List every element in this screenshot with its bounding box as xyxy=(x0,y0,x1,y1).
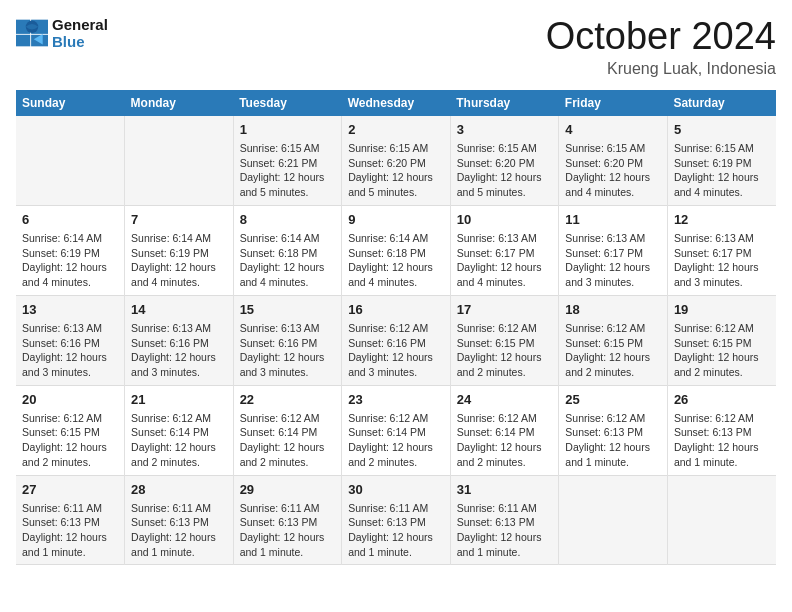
month-title: October 2024 xyxy=(546,16,776,58)
day-info: Sunrise: 6:11 AM Sunset: 6:13 PM Dayligh… xyxy=(22,502,107,558)
title-block: October 2024 Krueng Luak, Indonesia xyxy=(546,16,776,78)
day-info: Sunrise: 6:14 AM Sunset: 6:19 PM Dayligh… xyxy=(131,232,216,288)
calendar-cell: 29Sunrise: 6:11 AM Sunset: 6:13 PM Dayli… xyxy=(233,475,342,565)
calendar-week-row: 6Sunrise: 6:14 AM Sunset: 6:19 PM Daylig… xyxy=(16,205,776,295)
calendar-cell: 25Sunrise: 6:12 AM Sunset: 6:13 PM Dayli… xyxy=(559,385,668,475)
day-number: 21 xyxy=(131,391,227,409)
day-info: Sunrise: 6:15 AM Sunset: 6:20 PM Dayligh… xyxy=(348,142,433,198)
day-number: 25 xyxy=(565,391,661,409)
day-number: 8 xyxy=(240,211,336,229)
calendar-cell: 2Sunrise: 6:15 AM Sunset: 6:20 PM Daylig… xyxy=(342,116,451,205)
calendar-week-row: 1Sunrise: 6:15 AM Sunset: 6:21 PM Daylig… xyxy=(16,116,776,205)
day-number: 2 xyxy=(348,121,444,139)
day-info: Sunrise: 6:13 AM Sunset: 6:16 PM Dayligh… xyxy=(131,322,216,378)
calendar-cell xyxy=(667,475,776,565)
day-info: Sunrise: 6:12 AM Sunset: 6:15 PM Dayligh… xyxy=(457,322,542,378)
day-info: Sunrise: 6:13 AM Sunset: 6:16 PM Dayligh… xyxy=(240,322,325,378)
calendar-cell: 17Sunrise: 6:12 AM Sunset: 6:15 PM Dayli… xyxy=(450,295,559,385)
calendar-cell: 1Sunrise: 6:15 AM Sunset: 6:21 PM Daylig… xyxy=(233,116,342,205)
calendar-cell xyxy=(16,116,125,205)
day-info: Sunrise: 6:13 AM Sunset: 6:16 PM Dayligh… xyxy=(22,322,107,378)
day-number: 15 xyxy=(240,301,336,319)
day-info: Sunrise: 6:11 AM Sunset: 6:13 PM Dayligh… xyxy=(348,502,433,558)
calendar-cell: 23Sunrise: 6:12 AM Sunset: 6:14 PM Dayli… xyxy=(342,385,451,475)
day-info: Sunrise: 6:11 AM Sunset: 6:13 PM Dayligh… xyxy=(457,502,542,558)
day-info: Sunrise: 6:11 AM Sunset: 6:13 PM Dayligh… xyxy=(240,502,325,558)
day-number: 29 xyxy=(240,481,336,499)
calendar-cell: 4Sunrise: 6:15 AM Sunset: 6:20 PM Daylig… xyxy=(559,116,668,205)
calendar-cell: 6Sunrise: 6:14 AM Sunset: 6:19 PM Daylig… xyxy=(16,205,125,295)
weekday-header-sunday: Sunday xyxy=(16,90,125,116)
day-info: Sunrise: 6:12 AM Sunset: 6:14 PM Dayligh… xyxy=(457,412,542,468)
weekday-header-thursday: Thursday xyxy=(450,90,559,116)
day-info: Sunrise: 6:14 AM Sunset: 6:18 PM Dayligh… xyxy=(240,232,325,288)
day-info: Sunrise: 6:11 AM Sunset: 6:13 PM Dayligh… xyxy=(131,502,216,558)
day-info: Sunrise: 6:12 AM Sunset: 6:15 PM Dayligh… xyxy=(22,412,107,468)
calendar-cell: 21Sunrise: 6:12 AM Sunset: 6:14 PM Dayli… xyxy=(125,385,234,475)
calendar-cell: 11Sunrise: 6:13 AM Sunset: 6:17 PM Dayli… xyxy=(559,205,668,295)
day-info: Sunrise: 6:12 AM Sunset: 6:16 PM Dayligh… xyxy=(348,322,433,378)
day-info: Sunrise: 6:12 AM Sunset: 6:13 PM Dayligh… xyxy=(674,412,759,468)
day-number: 30 xyxy=(348,481,444,499)
day-info: Sunrise: 6:12 AM Sunset: 6:15 PM Dayligh… xyxy=(674,322,759,378)
weekday-header-tuesday: Tuesday xyxy=(233,90,342,116)
day-number: 24 xyxy=(457,391,553,409)
day-number: 3 xyxy=(457,121,553,139)
day-info: Sunrise: 6:13 AM Sunset: 6:17 PM Dayligh… xyxy=(457,232,542,288)
calendar-table: SundayMondayTuesdayWednesdayThursdayFrid… xyxy=(16,90,776,566)
day-info: Sunrise: 6:13 AM Sunset: 6:17 PM Dayligh… xyxy=(674,232,759,288)
day-number: 11 xyxy=(565,211,661,229)
day-info: Sunrise: 6:15 AM Sunset: 6:20 PM Dayligh… xyxy=(565,142,650,198)
calendar-cell: 16Sunrise: 6:12 AM Sunset: 6:16 PM Dayli… xyxy=(342,295,451,385)
day-info: Sunrise: 6:12 AM Sunset: 6:14 PM Dayligh… xyxy=(131,412,216,468)
calendar-cell: 30Sunrise: 6:11 AM Sunset: 6:13 PM Dayli… xyxy=(342,475,451,565)
day-info: Sunrise: 6:15 AM Sunset: 6:19 PM Dayligh… xyxy=(674,142,759,198)
calendar-week-row: 13Sunrise: 6:13 AM Sunset: 6:16 PM Dayli… xyxy=(16,295,776,385)
calendar-cell: 13Sunrise: 6:13 AM Sunset: 6:16 PM Dayli… xyxy=(16,295,125,385)
calendar-cell: 20Sunrise: 6:12 AM Sunset: 6:15 PM Dayli… xyxy=(16,385,125,475)
day-number: 7 xyxy=(131,211,227,229)
calendar-cell: 14Sunrise: 6:13 AM Sunset: 6:16 PM Dayli… xyxy=(125,295,234,385)
day-number: 31 xyxy=(457,481,553,499)
day-number: 5 xyxy=(674,121,770,139)
logo-icon xyxy=(16,19,48,47)
calendar-cell xyxy=(125,116,234,205)
day-number: 27 xyxy=(22,481,118,499)
day-info: Sunrise: 6:12 AM Sunset: 6:13 PM Dayligh… xyxy=(565,412,650,468)
day-number: 12 xyxy=(674,211,770,229)
day-number: 17 xyxy=(457,301,553,319)
calendar-week-row: 20Sunrise: 6:12 AM Sunset: 6:15 PM Dayli… xyxy=(16,385,776,475)
day-number: 4 xyxy=(565,121,661,139)
weekday-header-wednesday: Wednesday xyxy=(342,90,451,116)
calendar-cell: 12Sunrise: 6:13 AM Sunset: 6:17 PM Dayli… xyxy=(667,205,776,295)
day-info: Sunrise: 6:14 AM Sunset: 6:19 PM Dayligh… xyxy=(22,232,107,288)
day-info: Sunrise: 6:15 AM Sunset: 6:21 PM Dayligh… xyxy=(240,142,325,198)
calendar-cell: 8Sunrise: 6:14 AM Sunset: 6:18 PM Daylig… xyxy=(233,205,342,295)
weekday-header-monday: Monday xyxy=(125,90,234,116)
calendar-cell: 7Sunrise: 6:14 AM Sunset: 6:19 PM Daylig… xyxy=(125,205,234,295)
page-header: General Blue October 2024 Krueng Luak, I… xyxy=(16,16,776,78)
day-number: 20 xyxy=(22,391,118,409)
day-number: 6 xyxy=(22,211,118,229)
day-info: Sunrise: 6:12 AM Sunset: 6:15 PM Dayligh… xyxy=(565,322,650,378)
svg-rect-1 xyxy=(16,35,30,47)
day-number: 16 xyxy=(348,301,444,319)
calendar-cell: 18Sunrise: 6:12 AM Sunset: 6:15 PM Dayli… xyxy=(559,295,668,385)
calendar-cell: 15Sunrise: 6:13 AM Sunset: 6:16 PM Dayli… xyxy=(233,295,342,385)
day-info: Sunrise: 6:14 AM Sunset: 6:18 PM Dayligh… xyxy=(348,232,433,288)
day-number: 1 xyxy=(240,121,336,139)
logo-text: General Blue xyxy=(52,16,108,50)
logo: General Blue xyxy=(16,16,108,50)
calendar-cell: 10Sunrise: 6:13 AM Sunset: 6:17 PM Dayli… xyxy=(450,205,559,295)
calendar-cell: 19Sunrise: 6:12 AM Sunset: 6:15 PM Dayli… xyxy=(667,295,776,385)
day-info: Sunrise: 6:15 AM Sunset: 6:20 PM Dayligh… xyxy=(457,142,542,198)
day-number: 26 xyxy=(674,391,770,409)
day-number: 14 xyxy=(131,301,227,319)
day-number: 9 xyxy=(348,211,444,229)
calendar-cell: 3Sunrise: 6:15 AM Sunset: 6:20 PM Daylig… xyxy=(450,116,559,205)
weekday-header-row: SundayMondayTuesdayWednesdayThursdayFrid… xyxy=(16,90,776,116)
day-info: Sunrise: 6:13 AM Sunset: 6:17 PM Dayligh… xyxy=(565,232,650,288)
weekday-header-friday: Friday xyxy=(559,90,668,116)
weekday-header-saturday: Saturday xyxy=(667,90,776,116)
day-info: Sunrise: 6:12 AM Sunset: 6:14 PM Dayligh… xyxy=(348,412,433,468)
